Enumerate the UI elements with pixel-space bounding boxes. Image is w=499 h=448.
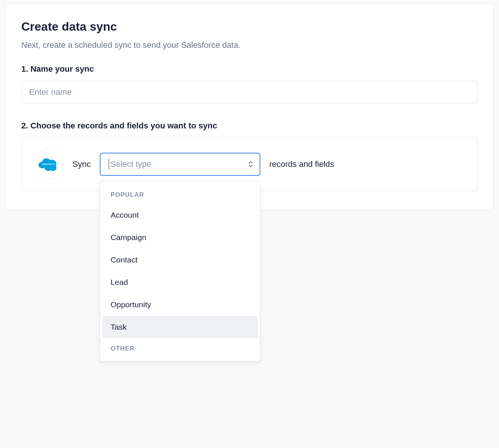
salesforce-icon: salesforce — [38, 157, 58, 172]
salesforce-logo: salesforce — [33, 149, 63, 180]
record-type-select-wrap: Select type POPULAR Account Campaign Co — [100, 153, 260, 176]
record-type-dropdown: POPULAR Account Campaign Contact Lead Op… — [100, 181, 260, 362]
svg-point-4 — [50, 165, 56, 171]
select-placeholder-text: Select type — [111, 159, 151, 169]
dropdown-group-other: OTHER — [102, 338, 258, 358]
record-type-select[interactable]: Select type — [100, 153, 260, 176]
text-cursor — [109, 159, 109, 169]
select-caret-icon — [242, 153, 260, 175]
step1-label: 1. Name your sync — [21, 64, 478, 74]
option-campaign[interactable]: Campaign — [102, 226, 258, 249]
records-config-box: salesforce Sync Select type — [21, 137, 478, 191]
sync-suffix-text: records and fields — [269, 159, 334, 169]
option-task[interactable]: Task — [102, 316, 258, 338]
option-lead[interactable]: Lead — [102, 271, 258, 293]
dropdown-group-popular: POPULAR — [102, 184, 258, 204]
option-account[interactable]: Account — [102, 204, 258, 226]
option-contact[interactable]: Contact — [102, 249, 258, 271]
sync-name-input[interactable] — [21, 81, 478, 104]
option-opportunity[interactable]: Opportunity — [102, 293, 258, 316]
salesforce-icon-text: salesforce — [42, 162, 55, 166]
create-sync-card: Create data sync Next, create a schedule… — [5, 4, 494, 210]
sync-prefix-text: Sync — [72, 159, 91, 169]
page-title: Create data sync — [21, 20, 478, 34]
step2-label: 2. Choose the records and fields you wan… — [21, 121, 478, 131]
page-subtitle: Next, create a scheduled sync to send yo… — [21, 40, 478, 50]
